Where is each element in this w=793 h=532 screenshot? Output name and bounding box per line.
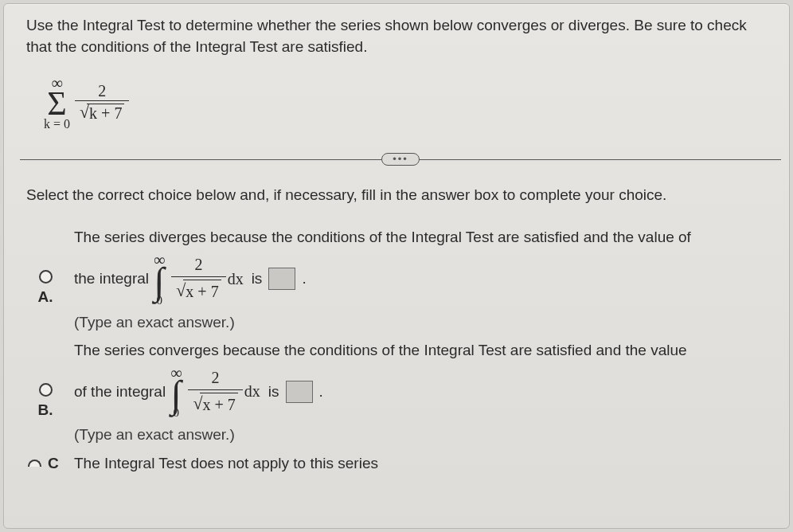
choice-a-label: A. xyxy=(38,288,53,306)
int-b-num: 2 xyxy=(207,366,225,389)
choice-b-hint: (Type an exact answer.) xyxy=(74,424,775,446)
expand-pill[interactable]: ••• xyxy=(381,153,420,166)
sum-lower: k = 0 xyxy=(44,118,70,131)
integral-icon: ∫ xyxy=(154,268,165,295)
radio-a[interactable] xyxy=(39,270,53,284)
answer-box-a[interactable] xyxy=(268,268,295,290)
sigma-symbol: Σ xyxy=(47,91,66,118)
choice-c-text: The Integral Test does not apply to this… xyxy=(74,452,775,475)
int-a-radicand: x + 7 xyxy=(183,280,221,303)
choice-b-lead: of the integral xyxy=(74,381,166,403)
int-a-lower: 0 xyxy=(156,295,162,307)
int-b-period: . xyxy=(319,381,323,403)
int-b-dx: dx xyxy=(244,380,260,403)
choice-a-hint: (Type an exact answer.) xyxy=(74,311,775,334)
choice-a-lead: the integral xyxy=(74,268,149,290)
sqrt-icon: √ xyxy=(193,391,202,417)
int-b-lower: 0 xyxy=(174,407,180,419)
choice-b: B. The series converges because the cond… xyxy=(26,339,775,446)
choice-b-label: B. xyxy=(38,401,53,419)
int-a-num: 2 xyxy=(189,253,207,276)
question-prompt: Use the Integral Test to determine wheth… xyxy=(26,12,775,57)
choice-c: C The Integral Test does not apply to th… xyxy=(26,452,775,475)
choice-instruction: Select the correct choice below and, if … xyxy=(26,185,775,206)
choice-c-label: C xyxy=(48,455,59,472)
sqrt-icon: √ xyxy=(80,102,89,123)
int-b-radicand: x + 7 xyxy=(200,393,237,417)
choice-a: A. The series diverges because the condi… xyxy=(26,226,775,333)
choice-b-line1: The series converges because the conditi… xyxy=(74,339,775,362)
int-a-is: is xyxy=(252,268,263,290)
int-b-is: is xyxy=(268,381,279,403)
series-expression: ∞ Σ k = 0 2 √ k + 7 xyxy=(44,75,775,131)
choice-a-line1: The series diverges because the conditio… xyxy=(74,226,775,248)
series-numerator: 2 xyxy=(93,82,111,100)
series-radicand: k + 7 xyxy=(87,104,124,123)
answer-box-b[interactable] xyxy=(286,381,313,403)
section-divider: ••• xyxy=(20,153,781,166)
radio-b[interactable] xyxy=(39,383,53,397)
int-a-period: . xyxy=(302,268,306,290)
radio-c[interactable] xyxy=(28,460,41,467)
sqrt-icon: √ xyxy=(176,278,186,303)
int-a-dx: dx xyxy=(228,268,244,291)
integral-icon: ∫ xyxy=(171,381,182,408)
